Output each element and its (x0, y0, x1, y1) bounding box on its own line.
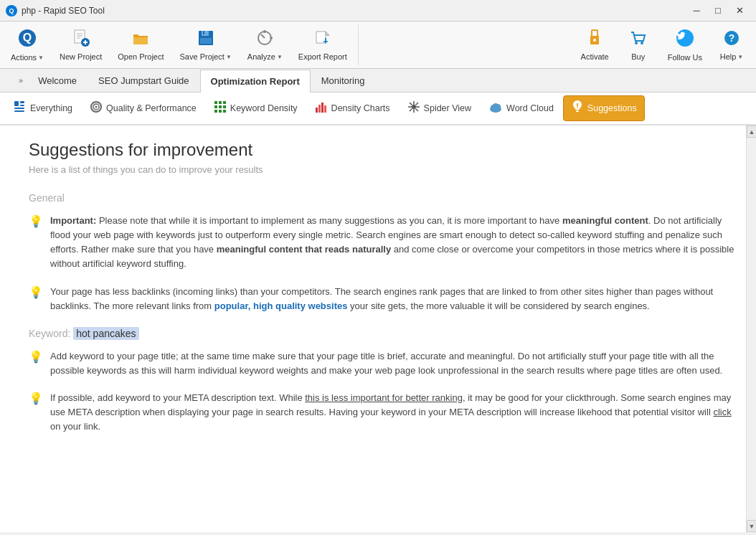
svg-rect-43 (316, 108, 318, 113)
export-report-label: Export Report (298, 52, 347, 61)
svg-rect-39 (223, 105, 226, 108)
actions-label: Actions (11, 53, 37, 62)
titlebar-left: Q php - Rapid SEO Tool (6, 5, 105, 16)
quality-label: Quality & Performance (106, 103, 197, 113)
new-project-label: New Project (60, 52, 102, 61)
keyword-label: Keyword: (29, 328, 70, 339)
tab-monitoring[interactable]: Monitoring (311, 69, 376, 92)
open-project-button[interactable]: Open Project (110, 25, 171, 65)
buy-icon (629, 29, 648, 50)
svg-rect-41 (219, 110, 222, 113)
suggestion-text-4: If possible, add keyword to your META de… (50, 391, 734, 434)
follow-us-button[interactable]: Follow Us (660, 24, 710, 65)
svg-rect-36 (223, 101, 226, 104)
nav-expander[interactable]: » (14, 70, 27, 90)
analyze-icon (255, 29, 274, 50)
subnav-spider-view[interactable]: Spider View (400, 96, 479, 120)
subnav-quality[interactable]: Quality & Performance (82, 96, 204, 120)
keyword-section: Keyword: hot pancakes 💡 Add keyword to y… (29, 328, 734, 435)
activate-label: Activate (581, 52, 609, 61)
save-project-button[interactable]: Save Project ▼ (172, 25, 240, 65)
tab-seo-jumpstart[interactable]: SEO Jumpstart Guide (88, 69, 199, 92)
suggestion-item-3: 💡 Add keyword to your page title; at the… (29, 349, 734, 378)
toolbar: Q Actions ▼ New Project (0, 22, 756, 69)
titlebar: Q php - Rapid SEO Tool ─ □ ✕ (0, 0, 756, 22)
page-subtitle: Here is a list of things you can do to i… (29, 164, 734, 175)
suggestion-text-2: Your page has less backlinks (incoming l… (50, 285, 734, 313)
main-content: Suggestions for improvement Here is a li… (0, 126, 756, 532)
subnav-suggestions[interactable]: Suggestions (563, 95, 645, 121)
close-button[interactable]: ✕ (729, 0, 750, 22)
scroll-up-button[interactable]: ▲ (747, 126, 756, 138)
svg-rect-34 (214, 101, 217, 104)
meaningful-content-2: meaningful content that reads naturally (217, 244, 391, 255)
svg-rect-11 (203, 31, 204, 34)
svg-point-20 (593, 39, 596, 42)
svg-rect-62 (576, 110, 579, 112)
help-button[interactable]: ? Help ▼ (710, 25, 753, 65)
density-charts-label: Density Charts (331, 103, 390, 113)
suggestions-label: Suggestions (587, 103, 637, 113)
minimize-button[interactable]: ─ (686, 0, 707, 22)
svg-rect-10 (202, 31, 209, 36)
subnav-keyword-density[interactable]: Keyword Density (206, 96, 306, 120)
subnav: Everything Quality & Performance (0, 93, 756, 126)
subnav-density-charts[interactable]: Density Charts (307, 96, 398, 120)
popular-sites-highlight: popular, high quality websites (214, 300, 348, 311)
app-title: php - Rapid SEO Tool (22, 6, 105, 16)
svg-rect-46 (324, 105, 326, 113)
scrollbar[interactable]: ▲ ▼ (746, 126, 756, 532)
density-charts-icon (315, 100, 328, 116)
tab-optimization[interactable]: Optimization Report (200, 70, 311, 93)
new-project-icon (72, 29, 90, 50)
toolbar-right-group: Activate Buy Follow Us (570, 24, 756, 65)
help-icon: ? (722, 29, 741, 50)
svg-rect-29 (14, 108, 24, 109)
svg-rect-35 (219, 101, 222, 104)
spider-view-icon (407, 100, 420, 116)
analyze-label: Analyze (247, 52, 275, 61)
subnav-word-cloud[interactable]: Word Cloud (481, 96, 562, 120)
app-icon: Q (6, 5, 17, 16)
new-project-button[interactable]: New Project (52, 25, 110, 65)
word-cloud-label: Word Cloud (506, 103, 554, 113)
svg-line-54 (415, 103, 418, 105)
buy-button[interactable]: Buy (617, 25, 660, 65)
content-wrapper: Suggestions for improvement Here is a li… (0, 126, 756, 532)
subnav-everything[interactable]: Everything (6, 96, 80, 120)
follow-us-label: Follow Us (668, 53, 702, 62)
keyword-section-title: Keyword: hot pancakes (29, 328, 734, 339)
actions-dropdown-arrow: ▼ (38, 55, 44, 61)
suggestion-item-2: 💡 Your page has less backlinks (incoming… (29, 285, 734, 313)
analyze-button[interactable]: Analyze ▼ (240, 25, 290, 65)
svg-text:?: ? (729, 32, 735, 44)
spider-view-label: Spider View (424, 103, 471, 113)
maximize-button[interactable]: □ (707, 0, 729, 22)
svg-rect-38 (219, 105, 222, 108)
svg-line-55 (410, 109, 412, 112)
svg-rect-12 (200, 38, 212, 44)
actions-button[interactable]: Q Actions ▼ (3, 24, 52, 65)
toolbar-left-group: Q Actions ▼ New Project (0, 24, 359, 65)
follow-us-icon (675, 28, 695, 51)
suggestion-bullet-2: 💡 (29, 285, 43, 299)
activate-button[interactable]: Activate (573, 25, 617, 65)
open-project-icon (131, 29, 150, 50)
svg-rect-40 (214, 110, 217, 113)
svg-point-59 (493, 103, 499, 109)
general-section-title: General (29, 192, 734, 204)
svg-text:Q: Q (23, 32, 32, 44)
suggestion-text-3: Add keyword to your page title; at the s… (50, 349, 734, 378)
suggestion-text-1: Important: Please note that while it is … (50, 214, 734, 272)
export-report-button[interactable]: Export Report (290, 25, 355, 65)
svg-rect-26 (14, 101, 19, 106)
click-text: click (713, 407, 731, 417)
scroll-track (747, 138, 756, 520)
svg-rect-45 (321, 103, 323, 113)
tab-welcome[interactable]: Welcome (27, 69, 88, 92)
svg-line-52 (410, 103, 412, 105)
important-label: Important: (50, 215, 96, 226)
everything-label: Everything (30, 103, 72, 113)
svg-rect-42 (223, 110, 226, 113)
scroll-down-button[interactable]: ▼ (747, 520, 756, 532)
